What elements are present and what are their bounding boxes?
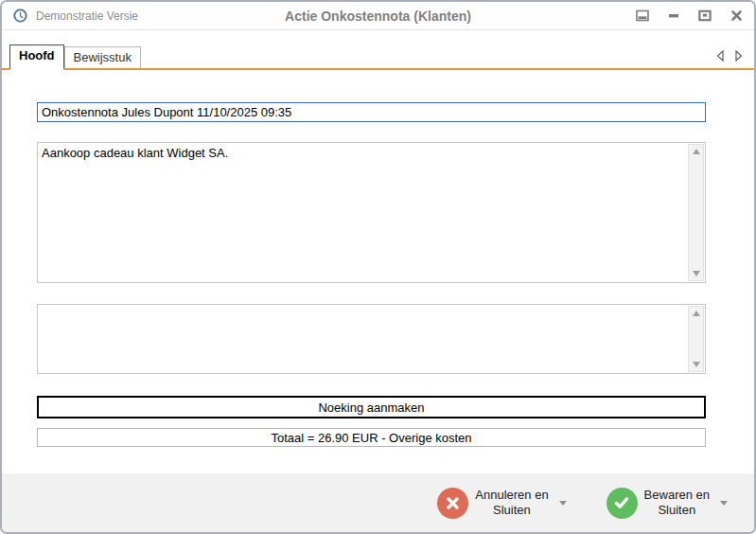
chevron-down-icon[interactable] <box>559 501 567 506</box>
description-textarea[interactable]: Aankoop cadeau klant Widget SA. <box>38 143 687 282</box>
create-booking-button[interactable]: Noeking aanmaken <box>37 396 706 418</box>
total-text: Totaal = 26.90 EUR - Overige kosten <box>271 431 471 445</box>
collapse-window-icon[interactable] <box>636 9 649 23</box>
description-scrollbar[interactable] <box>688 144 704 281</box>
scroll-up-icon[interactable] <box>693 149 700 154</box>
scroll-down-icon[interactable] <box>693 271 700 276</box>
check-circle-icon <box>607 488 638 519</box>
window-controls <box>471 9 743 23</box>
total-box: Totaal = 26.90 EUR - Overige kosten <box>37 428 706 447</box>
tab-hoofd[interactable]: Hoofd <box>9 44 64 70</box>
clock-icon <box>13 9 27 23</box>
dialog-window: Demonstratie Versie Actie Onkostennota (… <box>0 0 756 534</box>
tab-bewijsstuk-label: Bewijsstuk <box>74 50 132 64</box>
notes-textarea[interactable] <box>38 305 687 373</box>
maximize-icon[interactable] <box>698 9 712 23</box>
scroll-right-icon[interactable] <box>735 50 743 62</box>
close-icon[interactable] <box>730 9 743 23</box>
tab-scrollers <box>716 50 743 62</box>
page-title: Actie Onkostennota (Klanten) <box>285 9 471 24</box>
titlebar: Demonstratie Versie Actie Onkostennota (… <box>2 2 754 30</box>
demo-version-label: Demonstratie Versie <box>36 9 138 23</box>
tab-bewijsstuk[interactable]: Bewijsstuk <box>64 46 141 68</box>
subject-input[interactable] <box>37 102 706 122</box>
titlebar-left: Demonstratie Versie <box>13 9 285 23</box>
minimize-icon[interactable] <box>667 9 680 23</box>
save-and-close-button[interactable]: Bewaren en Sluiten <box>607 488 728 519</box>
tab-content-hoofd: Aankoop cadeau klant Widget SA. Noeking … <box>2 70 754 447</box>
save-and-close-label: Bewaren en Sluiten <box>644 488 710 519</box>
scroll-up-icon[interactable] <box>693 311 700 316</box>
description-textbox: Aankoop cadeau klant Widget SA. <box>37 142 706 283</box>
tab-strip: Hoofd Bewijsstuk <box>2 46 754 70</box>
notes-textbox <box>37 304 706 374</box>
x-circle-icon <box>437 488 468 519</box>
cancel-and-close-label: Annuleren en Sluiten <box>475 488 548 519</box>
scroll-left-icon[interactable] <box>716 50 724 62</box>
chevron-down-icon[interactable] <box>720 501 728 506</box>
tab-hoofd-label: Hoofd <box>19 48 55 62</box>
footer-bar: Annuleren en Sluiten Bewaren en Sluiten <box>2 473 754 532</box>
cancel-and-close-button[interactable]: Annuleren en Sluiten <box>437 488 566 519</box>
notes-scrollbar[interactable] <box>688 306 704 372</box>
scroll-down-icon[interactable] <box>693 362 700 367</box>
